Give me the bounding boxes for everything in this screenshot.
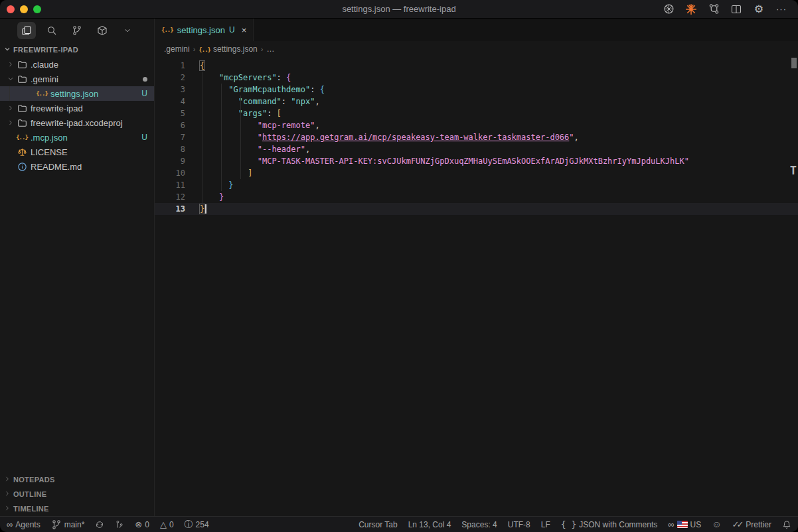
status-formatter[interactable]: ✓✓Prettier [732, 520, 771, 529]
chevron-down-icon[interactable] [118, 22, 137, 39]
status-scm-graph[interactable] [115, 520, 124, 529]
tab-git-badge: U [229, 25, 235, 34]
folder-icon [16, 118, 28, 128]
chevron-down-icon [5, 76, 16, 82]
status-notifications[interactable] [782, 520, 791, 529]
edge-hint-text: T [790, 165, 797, 176]
tree-item-freewrite-ipad[interactable]: freewrite-ipad [0, 101, 154, 115]
indent-guide [202, 72, 202, 203]
split-editor-icon[interactable] [730, 3, 742, 15]
line-number[interactable]: 6 [159, 119, 185, 131]
source-control-icon[interactable] [68, 22, 86, 39]
status-agents[interactable]: ∞Agents [7, 520, 40, 529]
modified-dot-badge [143, 77, 147, 82]
close-window-button[interactable] [7, 5, 15, 13]
section-outline[interactable]: OUTLINE [0, 487, 154, 501]
line-number[interactable]: 12 [159, 191, 185, 203]
git-status-badge: U [141, 133, 147, 142]
code-line-7[interactable]: 7 "https://app.getgram.ai/mcp/speakeasy-… [155, 131, 798, 143]
json-file-icon: {..} [161, 27, 173, 33]
app-window: settings.json — freewrite-ipad ⚙··· FREE… [0, 0, 798, 532]
line-number[interactable]: 4 [159, 96, 185, 107]
status-language-mode[interactable]: { }JSON with Comments [561, 520, 658, 529]
code-line-2[interactable]: 2 "mcpServers": { [155, 72, 798, 84]
explorer-root-label: FREEWRITE-IPAD [13, 46, 78, 54]
search-icon[interactable] [42, 22, 61, 39]
tree-item-readme-md[interactable]: README.md [0, 159, 154, 174]
more-ellipsis-icon[interactable]: ··· [775, 3, 787, 15]
code-line-4[interactable]: 4 "command": "npx", [155, 96, 798, 107]
zoom-window-button[interactable] [33, 5, 41, 13]
code-line-6[interactable]: 6 "mcp-remote", [155, 119, 798, 131]
section-timeline[interactable]: TIMELINE [0, 501, 154, 516]
line-text: } [200, 191, 798, 203]
status-feedback[interactable]: ☺ [712, 519, 721, 529]
tree-item-license[interactable]: LICENSE [0, 145, 154, 159]
braces-icon: { } [561, 520, 576, 529]
code-line-1[interactable]: 1{ [155, 60, 798, 72]
status-info-count[interactable]: ⓘ254 [185, 520, 209, 529]
tree-item--gemini[interactable]: .gemini [0, 72, 154, 86]
error-icon: ⊗ [135, 520, 142, 529]
status-indentation[interactable]: Spaces: 4 [461, 520, 497, 529]
status-warnings[interactable]: △0 [160, 520, 174, 529]
code-editor[interactable]: 1{2 "mcpServers": {3 "GramMcpauthdemo": … [155, 57, 798, 516]
status-git-branch[interactable]: main* [51, 519, 85, 530]
code-line-12[interactable]: 12 } [155, 191, 798, 203]
line-number[interactable]: 3 [159, 84, 185, 96]
settings-gear-icon[interactable]: ⚙ [753, 3, 765, 15]
status-errors[interactable]: ⊗0 [135, 520, 149, 529]
chevron-right-icon [5, 119, 16, 126]
code-line-10[interactable]: 10 ] [155, 167, 798, 179]
section-notepads[interactable]: NOTEPADS [0, 472, 154, 487]
bell-icon [782, 520, 791, 529]
line-number[interactable]: 11 [159, 179, 185, 191]
code-line-11[interactable]: 11 } [155, 179, 798, 191]
line-number[interactable]: 2 [159, 72, 185, 84]
code-line-8[interactable]: 8 "--header", [155, 143, 798, 155]
smiley-icon: ☺ [712, 519, 721, 529]
line-number[interactable]: 10 [159, 167, 185, 179]
code-line-5[interactable]: 5 "args": [ [155, 107, 798, 119]
line-text: "mcp-remote", [200, 119, 798, 131]
tree-item--claude[interactable]: .claude [0, 57, 154, 72]
breadcrumb-item[interactable]: … [266, 44, 274, 54]
code-line-3[interactable]: 3 "GramMcpauthdemo": { [155, 84, 798, 96]
tree-item--mcp-json[interactable]: {..}.mcp.jsonU [0, 130, 154, 145]
code-line-9[interactable]: 9 "MCP-TASK-MASTER-API-KEY:svCJUkmFUNZjG… [155, 155, 798, 167]
json-file-icon: {..} [199, 44, 210, 54]
tree-item-freewrite-ipad-xcodeproj[interactable]: freewrite-ipad.xcodeproj [0, 115, 154, 130]
status-bar-right: Cursor TabLn 13, Col 4Spaces: 4UTF-8LF{ … [359, 519, 791, 529]
json-file-icon: {..} [16, 134, 28, 141]
status-cursor-tab[interactable]: Cursor Tab [359, 520, 397, 529]
starburst-icon[interactable] [685, 3, 697, 15]
line-number[interactable]: 1 [159, 60, 185, 72]
line-text: } [200, 179, 798, 191]
explorer-files-icon[interactable] [17, 22, 36, 39]
code-line-13[interactable]: 13} [155, 203, 798, 215]
line-number[interactable]: 5 [159, 107, 185, 119]
extensions-icon[interactable] [93, 22, 112, 39]
status-encoding[interactable]: UTF-8 [508, 520, 530, 529]
status-eol[interactable]: LF [541, 520, 550, 529]
status-sync[interactable] [95, 520, 104, 529]
activity-bar [0, 19, 154, 42]
breadcrumb-item[interactable]: {..}settings.json [199, 44, 257, 54]
workflow-icon[interactable] [708, 3, 720, 15]
tab-settings-json[interactable]: {..} settings.json U × [155, 19, 254, 41]
tab-close-icon[interactable]: × [242, 25, 247, 35]
vertical-scrollbar[interactable] [791, 58, 797, 68]
breadcrumb-item[interactable]: .gemini [164, 44, 190, 54]
line-number[interactable]: 8 [159, 143, 185, 155]
scales-icon [16, 147, 28, 157]
explorer-root-header[interactable]: FREEWRITE-IPAD [0, 42, 154, 57]
tree-item-settings-json[interactable]: {..}settings.jsonU [0, 86, 154, 101]
line-number[interactable]: 13 [159, 203, 185, 215]
status-cursor-position[interactable]: Ln 13, Col 4 [408, 520, 451, 529]
infinity-icon: ∞ [7, 520, 13, 529]
line-number[interactable]: 9 [159, 155, 185, 167]
status-keyboard-layout[interactable]: ∞US [668, 520, 701, 529]
line-number[interactable]: 7 [159, 131, 185, 143]
minimize-window-button[interactable] [20, 5, 28, 13]
ai-swirl-icon[interactable] [663, 3, 675, 15]
